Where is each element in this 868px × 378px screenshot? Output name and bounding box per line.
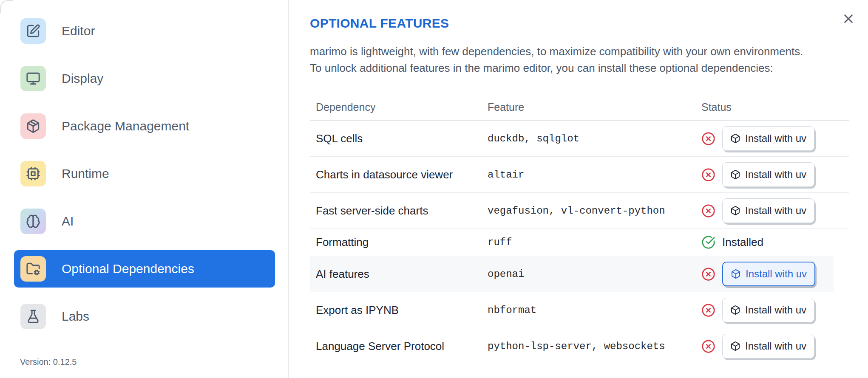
settings-nav: EditorDisplayPackage ManagementRuntimeAI… <box>14 12 275 335</box>
circle-x-icon <box>701 303 715 317</box>
dependencies-table: Dependency Feature Status SQL cellsduckd… <box>310 94 849 364</box>
box-icon <box>730 305 740 315</box>
dependency-cell: Export as IPYNB <box>310 304 482 317</box>
folder-cog-icon <box>26 262 40 276</box>
dependency-cell: Charts in datasource viewer <box>310 168 482 181</box>
status-cell: Install with uv <box>695 126 849 151</box>
column-header-feature: Feature <box>482 101 695 113</box>
box-icon <box>730 169 740 180</box>
monitor-icon <box>26 71 40 86</box>
sidebar-item-label: Optional Dependencies <box>62 262 194 276</box>
box-icon <box>730 133 740 144</box>
table-row: Charts in datasource vieweraltairInstall… <box>310 157 849 193</box>
circle-x-icon <box>701 267 715 281</box>
brain-icon <box>26 214 40 228</box>
circle-x-icon <box>701 132 715 146</box>
package-icon <box>26 119 40 133</box>
circle-x-icon <box>701 168 715 182</box>
feature-cell: ruff <box>482 237 695 248</box>
sidebar-item-editor[interactable]: Editor <box>14 12 275 50</box>
sidebar-item-labs[interactable]: Labs <box>14 298 275 335</box>
flask-conical-icon <box>26 309 40 324</box>
status-cell: Install with uv <box>695 162 849 187</box>
status-cell: Install with uv <box>695 198 849 223</box>
sidebar-item-runtime[interactable]: Runtime <box>14 155 275 192</box>
status-cell: Install with uv <box>695 334 849 358</box>
x-icon <box>841 11 856 26</box>
sidebar-item-icon-box <box>20 256 46 282</box>
install-button-label: Install with uv <box>746 268 807 280</box>
table-row: Language Server Protocolpython-lsp-serve… <box>310 328 849 364</box>
sidebar-item-icon-box <box>20 209 46 234</box>
description-line: To unlock additional features in the mar… <box>310 60 849 76</box>
table-row: Fast server-side chartsvegafusion, vl-co… <box>310 193 849 229</box>
install-with-uv-button[interactable]: Install with uv <box>722 126 814 151</box>
sidebar-item-package-management[interactable]: Package Management <box>14 107 275 145</box>
dependency-cell: Language Server Protocol <box>310 340 482 353</box>
cpu-icon <box>26 166 40 181</box>
sidebar-item-label: Package Management <box>62 119 189 133</box>
close-button[interactable] <box>839 9 858 28</box>
install-button-label: Install with uv <box>745 340 806 352</box>
sidebar-item-label: Display <box>62 71 103 86</box>
sidebar-item-icon-box <box>20 161 46 186</box>
sidebar-item-label: Runtime <box>62 166 109 181</box>
sidebar-item-optional-dependencies[interactable]: Optional Dependencies <box>14 250 275 288</box>
description-line: marimo is lightweight, with few dependen… <box>310 43 849 60</box>
settings-dialog: EditorDisplayPackage ManagementRuntimeAI… <box>0 0 868 378</box>
sidebar-item-label: Editor <box>62 24 95 38</box>
dependency-cell: SQL cells <box>310 132 482 145</box>
feature-cell: altair <box>482 169 695 181</box>
status-cell: Install with uv <box>695 298 849 322</box>
install-button-label: Install with uv <box>745 169 806 181</box>
settings-sidebar: EditorDisplayPackage ManagementRuntimeAI… <box>0 0 289 378</box>
box-icon <box>730 206 740 216</box>
table-header-row: Dependency Feature Status <box>310 94 849 121</box>
install-with-uv-button[interactable]: Install with uv <box>722 334 814 358</box>
feature-cell: openai <box>482 268 695 280</box>
table-row: AI featuresopenaiInstall with uv <box>310 256 849 292</box>
feature-cell: nbformat <box>482 305 695 316</box>
dependency-cell: Formatting <box>310 236 482 249</box>
circle-x-icon <box>701 204 715 218</box>
sidebar-item-icon-box <box>20 18 46 44</box>
install-button-label: Install with uv <box>745 304 806 316</box>
column-header-status: Status <box>695 101 849 113</box>
circle-x-icon <box>701 339 715 353</box>
table-row: Export as IPYNBnbformatInstall with uv <box>310 292 849 328</box>
panel-title: OPTIONAL FEATURES <box>310 16 849 31</box>
column-header-dependency: Dependency <box>310 101 482 113</box>
sidebar-item-icon-box <box>20 66 46 91</box>
sidebar-item-label: AI <box>62 214 74 228</box>
optional-features-panel: OPTIONAL FEATURES marimo is lightweight,… <box>289 0 868 378</box>
box-icon <box>730 341 740 351</box>
install-button-label: Install with uv <box>745 205 806 217</box>
sidebar-item-icon-box <box>20 113 46 139</box>
install-button-label: Install with uv <box>745 133 806 144</box>
square-pen-icon <box>26 24 40 38</box>
install-with-uv-button[interactable]: Install with uv <box>722 298 814 322</box>
installed-status-label: Installed <box>722 236 763 249</box>
sidebar-item-display[interactable]: Display <box>14 60 275 97</box>
table-body: SQL cellsduckdb, sqlglotInstall with uvC… <box>310 121 849 364</box>
install-with-uv-button[interactable]: Install with uv <box>722 262 815 286</box>
feature-cell: python-lsp-server, websockets <box>482 341 695 352</box>
box-icon <box>731 269 741 279</box>
sidebar-item-icon-box <box>20 304 46 329</box>
install-with-uv-button[interactable]: Install with uv <box>722 198 814 223</box>
status-cell: Installed <box>695 235 849 249</box>
feature-cell: duckdb, sqlglot <box>482 133 695 144</box>
dependency-cell: AI features <box>310 268 482 281</box>
table-row: FormattingruffInstalled <box>310 229 849 256</box>
dependency-cell: Fast server-side charts <box>310 204 482 217</box>
status-cell: Install with uv <box>695 262 849 286</box>
table-row: SQL cellsduckdb, sqlglotInstall with uv <box>310 121 849 157</box>
sidebar-item-ai[interactable]: AI <box>14 203 275 240</box>
feature-cell: vegafusion, vl-convert-python <box>482 205 695 217</box>
panel-description: marimo is lightweight, with few dependen… <box>310 43 849 76</box>
circle-check-icon <box>701 235 715 249</box>
install-with-uv-button[interactable]: Install with uv <box>722 162 814 187</box>
sidebar-item-label: Labs <box>62 309 89 324</box>
version-label: Version: 0.12.5 <box>20 357 77 367</box>
